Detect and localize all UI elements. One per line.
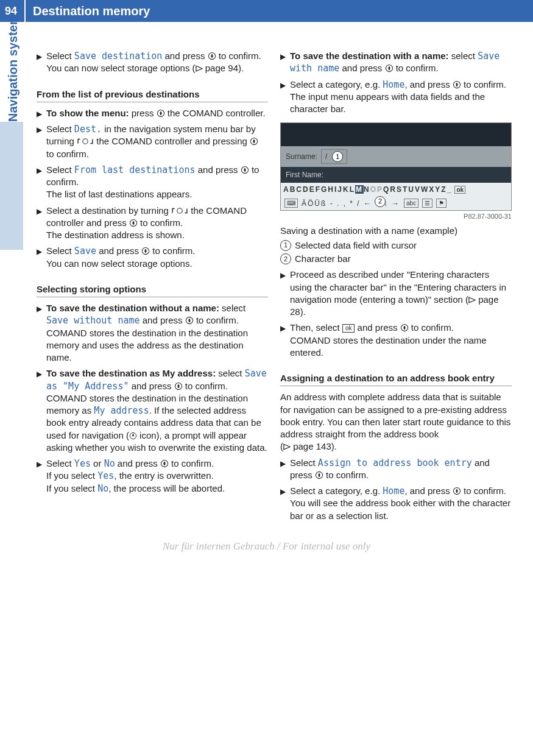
- list-icon: ☰: [422, 199, 432, 208]
- step-select-destination: ▶ Select a destination by turning the CO…: [37, 205, 268, 242]
- step-proceed-entering: ▶ Proceed as described under "Entering c…: [280, 269, 512, 318]
- footer-watermark: Nur für internen Gebrauch / For internal…: [0, 540, 533, 559]
- menu-no: No: [104, 458, 115, 469]
- step-marker-icon: ▶: [37, 164, 46, 201]
- step-save-with-name: ▶ To save the destination with a name: s…: [280, 50, 512, 75]
- turn-icon: [171, 207, 188, 215]
- step-select-category-2: ▶ Select a category, e.g. Home, and pres…: [280, 485, 512, 522]
- step-marker-icon: ▶: [280, 322, 290, 359]
- step-marker-icon: ▶: [37, 107, 46, 119]
- heading-storing-options: Selecting storing options: [37, 283, 268, 297]
- step-marker-icon: ▶: [37, 205, 46, 242]
- press-icon: [208, 52, 216, 60]
- page-title: Destination memory: [33, 4, 150, 18]
- press-icon: [453, 487, 461, 495]
- callout-2-icon: 2: [375, 196, 386, 207]
- press-icon: [400, 323, 409, 332]
- step-assign-entry: ▶ Select Assign to address book entry an…: [280, 457, 512, 482]
- step-save-without-name: ▶ To save the destination without a name…: [37, 302, 268, 364]
- press-icon: [241, 166, 249, 174]
- left-column: ▶ Select Save destination and press to c…: [37, 46, 268, 522]
- header-divider: [24, 0, 26, 22]
- step-from-last: ▶ Select From last destinations and pres…: [37, 164, 268, 201]
- character-bar: ABCDEFGHIJKLMNOPQRSTUVWXYZ_ok: [281, 183, 511, 196]
- turn-icon: [77, 137, 94, 146]
- step-marker-icon: ▶: [280, 79, 290, 116]
- heading-previous-destinations: From the list of previous destinations: [37, 88, 268, 102]
- press-icon: [185, 316, 194, 325]
- menu-assign-address-book: Assign to address book entry: [318, 457, 472, 468]
- step-select-save: ▶ Select Save and press to confirm. You …: [37, 245, 268, 270]
- ok-icon: ok: [342, 324, 355, 333]
- step-marker-icon: ▶: [280, 485, 290, 522]
- nav-arrow-icon: [129, 432, 137, 440]
- step-marker-icon: ▶: [280, 50, 290, 75]
- step-marker-icon: ▶: [280, 457, 290, 482]
- field-surname: Surname: / 1: [281, 146, 511, 167]
- legend-item-2: 2Character bar: [280, 253, 512, 265]
- side-tab-label: Navigation system: [6, 14, 20, 122]
- press-icon: [453, 80, 461, 89]
- address-book-intro: An address with complete address data th…: [280, 391, 512, 453]
- callout-1-icon: 1: [332, 151, 343, 162]
- screenshot-caption: Saving a destination with a name (exampl…: [280, 225, 512, 237]
- step-select-ok: ▶ Then, select ok and press to confirm. …: [280, 322, 512, 359]
- menu-save: Save: [74, 246, 96, 256]
- step-select-category-1: ▶ Select a category, e.g. Home, and pres…: [280, 79, 512, 116]
- press-icon: [157, 109, 165, 118]
- menu-yes: Yes: [74, 458, 91, 469]
- legend-item-1: 1Selected data field with cursor: [280, 239, 512, 252]
- step-save-my-address: ▶ To save the destination as My address:…: [37, 367, 268, 454]
- press-icon: [160, 459, 169, 468]
- page-ref-icon: [468, 297, 476, 303]
- right-column: ▶ To save the destination with a name: s…: [280, 46, 512, 522]
- press-icon: [385, 64, 394, 72]
- step-save-destination: ▶ Select Save destination and press to c…: [37, 50, 268, 75]
- step-select-dest: ▶ Select Dest. in the navigation system …: [37, 123, 268, 160]
- menu-home: Home: [383, 79, 404, 90]
- step-marker-icon: ▶: [37, 50, 46, 75]
- symbol-row: ⌨ ÄÖÜß - . , * / ← ↑ ↓ → abc ☰ ⚑ 2: [281, 197, 511, 210]
- step-yes-no: ▶ Select Yes or No and press to confirm.…: [37, 457, 268, 495]
- page-ref-icon: [283, 443, 291, 450]
- press-icon: [250, 137, 258, 146]
- step-marker-icon: ▶: [37, 367, 46, 454]
- menu-my-address: My address: [94, 405, 149, 416]
- step-marker-icon: ▶: [37, 245, 46, 270]
- step-marker-icon: ▶: [37, 302, 46, 364]
- menu-from-last: From last destinations: [74, 164, 196, 175]
- side-tab-bg: [0, 122, 23, 250]
- press-icon: [315, 471, 323, 479]
- heading-assign-address-book: Assigning a destination to an address bo…: [280, 372, 512, 386]
- step-marker-icon: ▶: [280, 269, 290, 318]
- image-code: P82.87-3000-31: [280, 212, 512, 221]
- step-marker-icon: ▶: [37, 457, 46, 495]
- menu-dest: Dest.: [74, 124, 102, 135]
- menu-save-without-name: Save without name: [46, 315, 140, 326]
- menu-save-destination: Save destination: [74, 51, 163, 62]
- step-show-menu: ▶ To show the menu: press the COMAND con…: [37, 107, 268, 119]
- comand-screenshot: Surname: / 1 First Name: ABCDEFGHIJKLMNO…: [280, 122, 512, 211]
- press-icon: [141, 247, 150, 255]
- keyboard-icon: ⌨: [284, 199, 298, 208]
- page-ref-icon: [196, 65, 203, 72]
- press-icon: [129, 219, 138, 227]
- field-firstname: First Name:: [281, 167, 511, 183]
- step-marker-icon: ▶: [37, 123, 46, 160]
- menu-home: Home: [383, 486, 404, 496]
- flag-icon: ⚑: [436, 199, 447, 208]
- page-header: 94 Destination memory: [0, 0, 533, 22]
- press-icon: [174, 382, 183, 390]
